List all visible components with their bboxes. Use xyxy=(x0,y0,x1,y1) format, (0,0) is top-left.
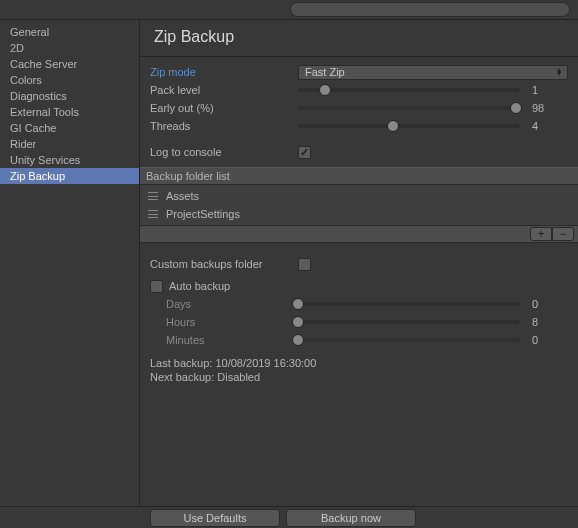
sidebar-item-colors[interactable]: Colors xyxy=(0,72,139,88)
list-item-label: Assets xyxy=(166,190,199,202)
page-title: Zip Backup xyxy=(150,28,568,46)
topbar xyxy=(0,0,578,20)
next-backup-text: Next backup: Disabled xyxy=(150,371,568,383)
drag-handle-icon[interactable] xyxy=(148,192,158,200)
pack-level-value[interactable]: 1 xyxy=(528,84,568,96)
log-to-console-label: Log to console xyxy=(150,146,298,158)
sidebar-item-gi-cache[interactable]: GI Cache xyxy=(0,120,139,136)
content: Zip Backup Zip mode Fast Zip ▴▾ Pack lev… xyxy=(140,20,578,506)
threads-slider[interactable] xyxy=(298,124,520,128)
auto-backup-checkbox[interactable] xyxy=(150,280,163,293)
sidebar-item-unity-services[interactable]: Unity Services xyxy=(0,152,139,168)
hours-label: Hours xyxy=(150,316,298,328)
slider-thumb[interactable] xyxy=(319,84,331,96)
zip-mode-dropdown[interactable]: Fast Zip ▴▾ xyxy=(298,65,568,80)
slider-thumb[interactable] xyxy=(292,316,304,328)
hours-value[interactable]: 8 xyxy=(528,316,568,328)
sidebar-item-general[interactable]: General xyxy=(0,24,139,40)
list-item[interactable]: ProjectSettings xyxy=(140,205,578,223)
folder-list-header: Backup folder list xyxy=(140,167,578,185)
threads-label: Threads xyxy=(150,120,298,132)
slider-thumb[interactable] xyxy=(292,334,304,346)
use-defaults-button[interactable]: Use Defaults xyxy=(150,509,280,527)
auto-backup-label: Auto backup xyxy=(169,280,230,292)
slider-thumb[interactable] xyxy=(387,120,399,132)
dropdown-arrows-icon: ▴▾ xyxy=(557,68,561,76)
slider-thumb[interactable] xyxy=(510,102,522,114)
main: General 2D Cache Server Colors Diagnosti… xyxy=(0,20,578,506)
minutes-value[interactable]: 0 xyxy=(528,334,568,346)
sidebar-item-diagnostics[interactable]: Diagnostics xyxy=(0,88,139,104)
slider-thumb[interactable] xyxy=(292,298,304,310)
days-slider[interactable] xyxy=(298,302,520,306)
backup-now-button[interactable]: Backup now xyxy=(286,509,416,527)
bottom-bar: Use Defaults Backup now xyxy=(0,506,578,528)
days-label: Days xyxy=(150,298,298,310)
early-out-value[interactable]: 98 xyxy=(528,102,568,114)
search-wrap xyxy=(290,2,570,17)
sidebar-item-external-tools[interactable]: External Tools xyxy=(0,104,139,120)
custom-folder-label: Custom backups folder xyxy=(150,258,298,270)
early-out-label: Early out (%) xyxy=(150,102,298,114)
add-folder-button[interactable]: + xyxy=(530,227,552,241)
sidebar-item-cache-server[interactable]: Cache Server xyxy=(0,56,139,72)
minutes-slider[interactable] xyxy=(298,338,520,342)
list-item-label: ProjectSettings xyxy=(166,208,240,220)
log-to-console-checkbox[interactable] xyxy=(298,146,311,159)
zip-mode-label: Zip mode xyxy=(150,66,298,78)
zip-mode-value: Fast Zip xyxy=(305,66,345,78)
search-input[interactable] xyxy=(290,2,570,17)
drag-handle-icon[interactable] xyxy=(148,210,158,218)
hours-slider[interactable] xyxy=(298,320,520,324)
custom-folder-checkbox[interactable] xyxy=(298,258,311,271)
remove-folder-button[interactable]: − xyxy=(552,227,574,241)
sidebar-item-zip-backup[interactable]: Zip Backup xyxy=(0,168,139,184)
list-item[interactable]: Assets xyxy=(140,187,578,205)
folder-list-footer: + − xyxy=(140,225,578,243)
folder-list: Assets ProjectSettings xyxy=(140,185,578,225)
threads-value[interactable]: 4 xyxy=(528,120,568,132)
sidebar-item-2d[interactable]: 2D xyxy=(0,40,139,56)
early-out-slider[interactable] xyxy=(298,106,520,110)
last-backup-text: Last backup: 10/08/2019 16:30:00 xyxy=(150,357,568,369)
days-value[interactable]: 0 xyxy=(528,298,568,310)
pack-level-slider[interactable] xyxy=(298,88,520,92)
sidebar-item-rider[interactable]: Rider xyxy=(0,136,139,152)
minutes-label: Minutes xyxy=(150,334,298,346)
pack-level-label: Pack level xyxy=(150,84,298,96)
sidebar: General 2D Cache Server Colors Diagnosti… xyxy=(0,20,140,506)
